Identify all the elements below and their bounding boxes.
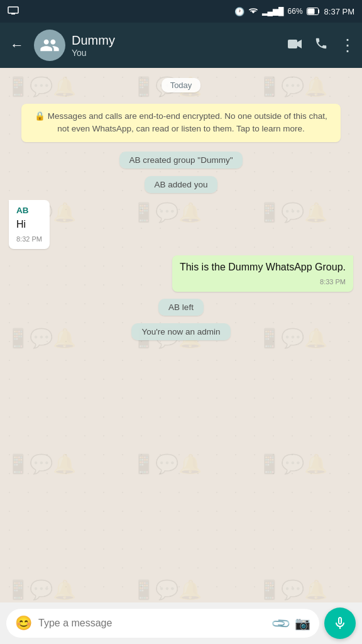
battery-label: 66% bbox=[288, 7, 303, 16]
mic-button[interactable] bbox=[324, 608, 356, 639]
message-bubble-received-1[interactable]: AB Hi 8:32 PM bbox=[9, 200, 50, 250]
message-row-received-1: AB Hi 8:32 PM bbox=[9, 200, 353, 250]
message-text: Hi bbox=[16, 218, 42, 231]
header-actions: ⋮ bbox=[288, 36, 356, 54]
signal-icon: ▂▄▆█ bbox=[262, 7, 284, 16]
svg-rect-4 bbox=[288, 40, 297, 48]
date-bubble: Today bbox=[162, 78, 201, 92]
chat-area: Today 🔒 Messages and calls are end-to-en… bbox=[0, 68, 362, 602]
svg-rect-0 bbox=[8, 7, 18, 13]
video-icon bbox=[288, 38, 303, 50]
system-message-added: AB added you bbox=[145, 176, 218, 193]
svg-rect-3 bbox=[307, 9, 314, 14]
status-icons: 🕐 ▂▄▆█ 66% 8:37 PM bbox=[234, 7, 354, 16]
message-time: 8:32 PM bbox=[16, 235, 42, 244]
contact-status: You bbox=[72, 48, 282, 58]
mic-icon bbox=[332, 616, 348, 631]
more-options-button[interactable]: ⋮ bbox=[339, 37, 356, 53]
system-message-created: AB created group "Dummy" bbox=[119, 152, 243, 169]
encryption-notice[interactable]: 🔒 Messages and calls are end-to-end encr… bbox=[21, 104, 341, 142]
message-bubble-sent-1[interactable]: This is the Dummy WhatsApp Group. 8:33 P… bbox=[172, 255, 353, 292]
message-text: This is the Dummy WhatsApp Group. bbox=[180, 260, 346, 274]
camera-button[interactable]: 📷 bbox=[295, 616, 310, 631]
system-message-left: AB left bbox=[158, 299, 204, 316]
svg-rect-1 bbox=[11, 13, 15, 14]
wifi-icon bbox=[248, 7, 258, 16]
message-input-wrapper: 😊 📎 📷 bbox=[6, 609, 319, 638]
alarm-icon: 🕐 bbox=[234, 7, 244, 16]
system-message-admin: You're now an admin bbox=[131, 323, 230, 340]
status-time: 8:37 PM bbox=[324, 7, 354, 16]
status-bar: 🕐 ▂▄▆█ 66% 8:37 PM bbox=[0, 0, 362, 23]
group-icon bbox=[40, 35, 60, 55]
input-bar: 😊 📎 📷 bbox=[0, 602, 362, 644]
phone-icon bbox=[314, 36, 328, 50]
video-call-button[interactable] bbox=[288, 37, 303, 53]
contact-name: Dummy bbox=[72, 33, 282, 48]
voice-call-button[interactable] bbox=[314, 36, 328, 54]
contact-avatar[interactable] bbox=[34, 30, 65, 61]
battery-icon bbox=[307, 8, 321, 15]
chat-header: ← Dummy You ⋮ bbox=[0, 23, 362, 68]
screen-icon bbox=[8, 6, 19, 15]
status-left bbox=[8, 6, 19, 17]
message-sender: AB bbox=[16, 205, 42, 217]
message-time: 8:33 PM bbox=[180, 277, 346, 287]
message-input[interactable] bbox=[38, 618, 266, 629]
contact-info[interactable]: Dummy You bbox=[72, 33, 282, 58]
message-row-sent-1: This is the Dummy WhatsApp Group. 8:33 P… bbox=[9, 255, 353, 292]
emoji-button[interactable]: 😊 bbox=[15, 615, 32, 631]
attach-button[interactable]: 📎 bbox=[270, 613, 292, 635]
back-button[interactable]: ← bbox=[6, 33, 28, 57]
